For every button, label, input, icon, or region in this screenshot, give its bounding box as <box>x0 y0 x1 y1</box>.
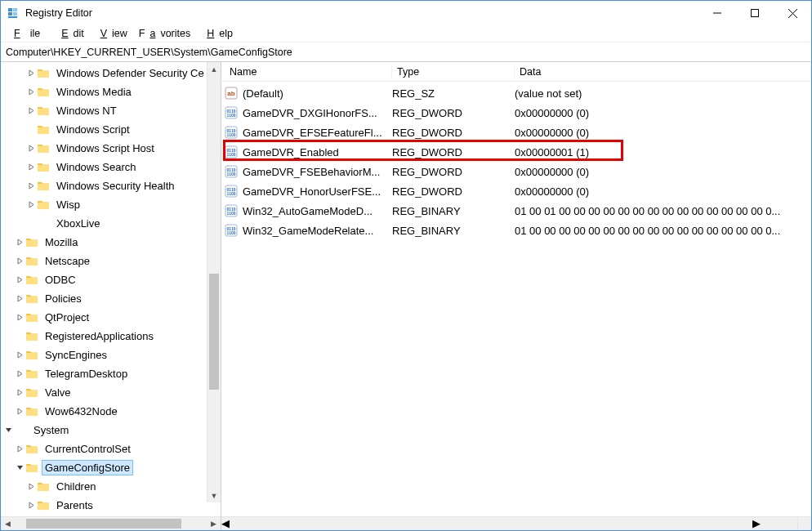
expand-icon[interactable] <box>25 69 37 77</box>
tree-item-label: Children <box>53 479 99 494</box>
expand-icon[interactable] <box>25 107 37 114</box>
tree-item[interactable]: XboxLive <box>1 214 221 233</box>
scrollbar-thumb[interactable] <box>26 519 181 529</box>
value-row[interactable]: 01101100Win32_AutoGameModeD...REG_BINARY… <box>221 201 811 221</box>
tree-item-label: Mozilla <box>42 234 81 250</box>
value-row[interactable]: 01101100GameDVR_EnabledREG_DWORD0x000000… <box>221 142 811 162</box>
expand-icon[interactable] <box>14 276 25 283</box>
folder-icon <box>37 180 50 192</box>
tree-item[interactable]: System <box>1 421 221 440</box>
tree-item[interactable]: CurrentControlSet <box>1 440 221 458</box>
expand-icon[interactable] <box>14 295 25 302</box>
expand-icon[interactable] <box>14 314 25 321</box>
expand-icon[interactable] <box>25 182 37 190</box>
tree-item-label: Parents <box>53 498 96 513</box>
tree-item[interactable]: Wow6432Node <box>1 402 221 421</box>
tree-item-label: ODBC <box>42 272 79 288</box>
values-header[interactable]: Name Type Data <box>221 62 811 82</box>
menu-view[interactable]: View <box>91 26 132 41</box>
tree-item[interactable]: RegisteredApplications <box>1 327 221 346</box>
menu-favorites[interactable]: Favorites <box>134 26 195 41</box>
tree-item[interactable]: Valve <box>1 383 221 402</box>
scroll-right-arrow-icon[interactable]: ▶ <box>752 517 761 530</box>
tree-item-label: Windows Script <box>53 122 133 137</box>
tree-item[interactable]: Windows Script <box>1 120 221 139</box>
value-row[interactable]: 01101100GameDVR_EFSEFeatureFl...REG_DWOR… <box>221 123 811 142</box>
values-pane: Name Type Data ab(Default)REG_SZ(value n… <box>221 62 811 530</box>
folder-icon <box>37 499 50 511</box>
close-button[interactable] <box>774 1 811 25</box>
menu-edit[interactable]: Edit <box>51 26 89 41</box>
expand-icon[interactable] <box>25 483 37 490</box>
value-name: Win32_AutoGameModeD... <box>243 205 392 217</box>
value-row[interactable]: 01101100GameDVR_FSEBehaviorM...REG_DWORD… <box>221 162 811 181</box>
scroll-up-arrow-icon[interactable]: ▲ <box>207 62 221 76</box>
value-data: (value not set) <box>515 87 811 100</box>
expand-icon[interactable] <box>14 351 25 359</box>
tree-item[interactable]: Netscape <box>1 252 221 270</box>
tree-item[interactable]: QtProject <box>1 308 221 327</box>
scroll-down-arrow-icon[interactable]: ▼ <box>207 489 221 502</box>
tree-item[interactable]: Parents <box>1 496 221 515</box>
expand-icon[interactable] <box>14 445 25 453</box>
menu-help[interactable]: Help <box>197 26 238 41</box>
column-header-data[interactable]: Data <box>515 66 811 78</box>
expand-icon[interactable] <box>14 370 25 377</box>
value-row[interactable]: 01101100GameDVR_DXGIHonorFS...REG_DWORD0… <box>221 103 811 123</box>
titlebar[interactable]: Registry Editor <box>1 1 811 25</box>
tree-item[interactable]: Windows Media <box>1 83 221 101</box>
tree-item[interactable]: Mozilla <box>1 233 221 252</box>
address-bar[interactable]: Computer\HKEY_CURRENT_USER\System\GameCo… <box>1 42 811 62</box>
expand-icon[interactable] <box>14 389 25 396</box>
tree-item[interactable]: SyncEngines <box>1 346 221 364</box>
tree-horizontal-scrollbar[interactable]: ◀ ▶ <box>1 516 221 530</box>
svg-rect-6 <box>752 10 759 17</box>
values-horizontal-scrollbar[interactable]: ◀ ▶ <box>221 516 797 530</box>
svg-rect-0 <box>8 8 12 11</box>
scroll-right-arrow-icon[interactable]: ▶ <box>207 517 221 530</box>
tree-item[interactable]: Windows NT <box>1 101 221 120</box>
value-data: 0x00000000 (0) <box>515 166 811 178</box>
expand-icon[interactable] <box>14 257 25 265</box>
folder-icon <box>37 105 50 117</box>
tree-item[interactable]: Windows Defender Security Ce <box>1 64 221 83</box>
tree-item[interactable]: Windows Security Health <box>1 176 221 195</box>
scrollbar-thumb[interactable] <box>209 274 219 389</box>
expand-icon[interactable] <box>25 163 37 171</box>
value-row[interactable]: 01101100GameDVR_HonorUserFSE...REG_DWORD… <box>221 181 811 201</box>
tree-item[interactable]: Windows Search <box>1 158 221 176</box>
tree-item-label: QtProject <box>42 310 92 325</box>
tree-item[interactable]: Policies <box>1 289 221 308</box>
tree-item[interactable]: Children <box>1 477 221 496</box>
menu-file[interactable]: File <box>4 26 50 41</box>
expand-icon[interactable] <box>14 239 25 246</box>
tree-item-label: SyncEngines <box>42 347 110 363</box>
expand-icon[interactable] <box>14 408 25 415</box>
expand-icon[interactable] <box>25 201 37 208</box>
column-header-name[interactable]: Name <box>225 66 392 78</box>
tree-item[interactable]: TelegramDesktop <box>1 364 221 383</box>
expand-icon[interactable] <box>25 502 37 509</box>
collapse-icon[interactable] <box>2 426 14 434</box>
tree-item[interactable]: Windows Script Host <box>1 139 221 158</box>
tree-item[interactable]: GameConfigStore <box>1 458 221 477</box>
minimize-button[interactable] <box>698 1 736 25</box>
tree-item[interactable]: ODBC <box>1 270 221 289</box>
maximize-button[interactable] <box>736 1 774 25</box>
value-row[interactable]: ab(Default)REG_SZ(value not set) <box>221 83 811 103</box>
scroll-left-arrow-icon[interactable]: ◀ <box>1 517 15 530</box>
tree-vertical-scrollbar[interactable]: ▲ ▼ <box>207 62 221 502</box>
expand-icon[interactable] <box>25 88 37 96</box>
value-row[interactable]: 01101100Win32_GameModeRelate...REG_BINAR… <box>221 221 811 240</box>
values-list[interactable]: ab(Default)REG_SZ(value not set)01101100… <box>221 82 811 240</box>
tree-item-label: Windows Defender Security Ce <box>53 65 207 81</box>
scroll-left-arrow-icon[interactable]: ◀ <box>221 517 230 530</box>
tree-item-label: TelegramDesktop <box>42 366 131 382</box>
column-header-type[interactable]: Type <box>392 66 515 78</box>
registry-tree[interactable]: Windows Defender Security CeWindows Medi… <box>1 62 221 515</box>
main-split: Windows Defender Security CeWindows Medi… <box>1 62 811 530</box>
tree-item[interactable]: Wisp <box>1 195 221 214</box>
tree-item-label: System <box>30 422 72 438</box>
expand-icon[interactable] <box>25 145 37 152</box>
collapse-icon[interactable] <box>14 464 25 471</box>
